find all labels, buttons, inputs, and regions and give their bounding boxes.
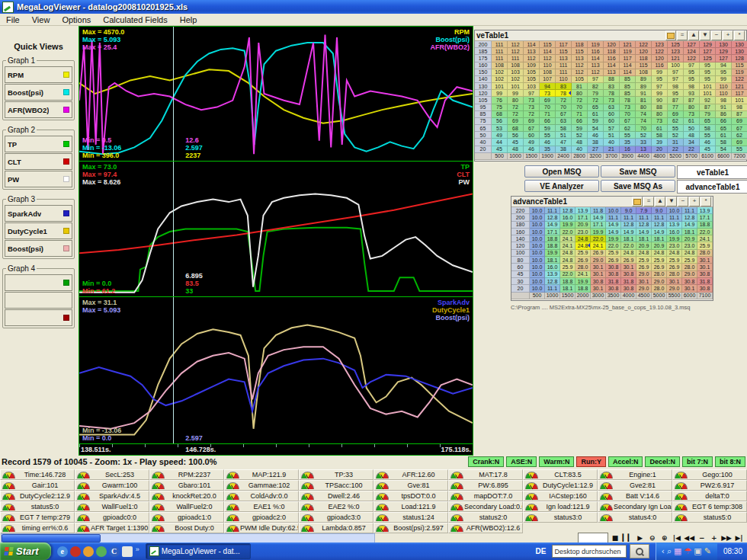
quickview-slot-dutycycle1[interactable]: DutyCycle1	[5, 222, 72, 239]
table-cell[interactable]: 26.9	[621, 257, 636, 264]
table-cell[interactable]: 63	[604, 104, 620, 111]
table-cell[interactable]: 12.8	[545, 278, 560, 285]
table-cell[interactable]: 69	[524, 118, 540, 125]
titlebar[interactable]: MegaLogViewer - datalog200810201925.xls	[0, 0, 747, 14]
language-indicator[interactable]: DE	[533, 546, 550, 556]
table-cell[interactable]: 99	[652, 69, 668, 76]
table-cell[interactable]: 55	[540, 132, 556, 139]
table-cell[interactable]: 69	[508, 118, 524, 125]
table-cell[interactable]: 25.9	[575, 250, 591, 257]
table-cell[interactable]: 24.8	[575, 235, 591, 242]
quicklaunch-orange-app-icon[interactable]	[83, 546, 94, 557]
table-cell[interactable]: 25.9	[560, 264, 575, 270]
table-cell[interactable]: 119	[620, 48, 636, 55]
table-cell[interactable]: 95	[716, 69, 732, 76]
table-cell[interactable]: 24.8	[652, 250, 667, 257]
table-cell[interactable]: 115	[572, 48, 588, 55]
table-cell[interactable]: 65	[716, 125, 732, 132]
advance-table-folder-button[interactable]	[632, 197, 643, 206]
table-cell[interactable]: 87	[700, 104, 716, 111]
table-cell[interactable]: 80	[508, 97, 524, 104]
table-cell[interactable]: 69	[732, 139, 747, 146]
table-cell[interactable]: 127	[700, 48, 716, 55]
table-cell[interactable]: 67	[556, 111, 572, 118]
table-cell[interactable]: 110	[716, 90, 732, 97]
table-cell[interactable]: 101	[492, 83, 508, 90]
table-cell[interactable]: 16.0	[667, 229, 682, 235]
table-cell[interactable]: 30.8	[697, 285, 713, 292]
table-cell[interactable]: 30.1	[621, 264, 636, 270]
table-cell[interactable]: 103	[524, 83, 540, 90]
table-cell[interactable]: 114	[620, 62, 636, 69]
table-cell[interactable]: 125	[668, 41, 684, 48]
table-cell[interactable]: 24.1	[560, 242, 575, 249]
table-cell[interactable]: 10.0	[530, 229, 545, 235]
save-msq-button[interactable]: Save MSQ	[601, 165, 675, 178]
table-cell[interactable]: 60	[604, 118, 620, 125]
table-cell[interactable]: 25.9	[636, 257, 652, 264]
open-msq-button[interactable]: Open MSQ	[524, 165, 599, 178]
table-cell[interactable]: 24.8	[560, 257, 575, 264]
table-cell[interactable]: 122	[732, 76, 747, 83]
table-cell[interactable]: 97	[684, 62, 700, 69]
table-cell[interactable]: 125	[700, 55, 716, 62]
table-cell[interactable]: 10.0	[606, 207, 621, 214]
table-cell[interactable]: 48	[508, 146, 524, 153]
table-cell[interactable]: 59	[572, 125, 588, 132]
table-cell[interactable]: 30.1	[667, 278, 682, 285]
table-cell[interactable]: 101	[732, 97, 747, 104]
search-button[interactable]	[630, 544, 649, 558]
table-cell[interactable]: 25.9	[606, 250, 621, 257]
table-cell[interactable]: 10.0	[530, 271, 545, 278]
table-cell[interactable]: 113	[572, 55, 588, 62]
table-cell[interactable]: 30.8	[606, 271, 621, 278]
table-cell[interactable]: 22.0	[621, 242, 636, 249]
table-cell[interactable]: 111	[556, 69, 572, 76]
table-cell[interactable]: 102	[492, 69, 508, 76]
table-cell[interactable]: 12.8	[560, 207, 575, 214]
table-cell[interactable]: 10.0	[530, 264, 545, 270]
table-cell[interactable]: 26.9	[667, 264, 682, 270]
table-cell[interactable]: 20.9	[652, 242, 667, 249]
table-cell[interactable]: 55	[668, 125, 684, 132]
table-cell[interactable]: 88	[652, 104, 668, 111]
table-cell[interactable]: 59	[588, 118, 604, 125]
quickview-slot-tp[interactable]: TP	[5, 136, 72, 152]
graph-panel-3[interactable]: Max = 31.1Max = 5.093Min = -13.06Min = 0…	[79, 297, 473, 444]
table-cell[interactable]: 10.0	[530, 285, 545, 292]
table-cell[interactable]: 61	[716, 132, 732, 139]
table-cell[interactable]: 88	[604, 76, 620, 83]
table-cell[interactable]: 74	[636, 118, 652, 125]
table-cell[interactable]: 46	[588, 132, 604, 139]
table-cell[interactable]: 73	[652, 118, 668, 125]
table-cell[interactable]: 99	[492, 90, 508, 97]
table-cell[interactable]: 81	[572, 83, 588, 90]
table-cell[interactable]: 17.1	[591, 222, 606, 229]
table-cell[interactable]: 107	[540, 76, 556, 83]
table-cell[interactable]: 73	[524, 104, 540, 111]
table-cell[interactable]: 14.9	[545, 222, 560, 229]
table-cell[interactable]: 129	[716, 48, 732, 55]
table-cell[interactable]: 83	[604, 83, 620, 90]
table-cell[interactable]: 70	[636, 125, 652, 132]
save-msq-as-button[interactable]: Save MSQ As	[601, 180, 675, 192]
table-cell[interactable]: 111	[556, 62, 572, 69]
table-cell[interactable]: 120	[636, 48, 652, 55]
table-cell[interactable]: 14.9	[652, 229, 667, 235]
table-cell[interactable]: 52	[572, 132, 588, 139]
avira-umbrella-icon[interactable]: ☂	[684, 546, 691, 557]
menu-help[interactable]: Help	[174, 15, 204, 24]
table-cell[interactable]: 100	[668, 62, 684, 69]
table-cell[interactable]: 31.8	[697, 278, 713, 285]
table-cell[interactable]: 123	[652, 41, 668, 48]
table-cell[interactable]: 51	[556, 132, 572, 139]
table-cell[interactable]: 25.9	[667, 257, 682, 264]
table-cell[interactable]: 18.1	[652, 235, 667, 242]
graph-panel-1[interactable]: Max = 4570.0Max = 5.093Max = 25.4Min = 0…	[79, 27, 473, 162]
table-cell[interactable]: 55	[620, 132, 636, 139]
table-cell[interactable]: 65	[700, 118, 716, 125]
table-cell[interactable]: 50	[684, 125, 700, 132]
table-cell[interactable]: 98	[684, 83, 700, 90]
desktop-search-input[interactable]	[552, 545, 627, 558]
table-cell[interactable]: 24.8	[575, 242, 591, 249]
